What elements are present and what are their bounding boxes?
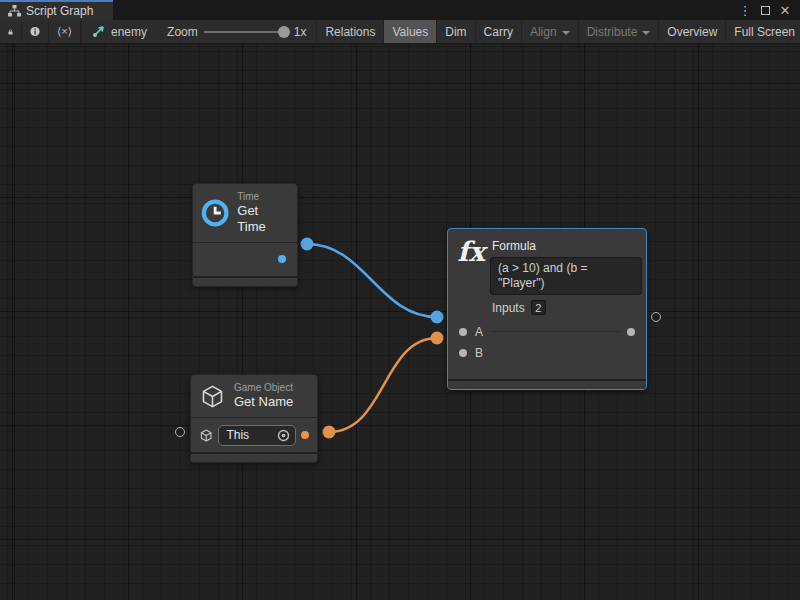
get-name-header: Game Object Get Name [191, 375, 317, 417]
wires-layer [0, 44, 800, 600]
wire-blue-end-dot[interactable] [431, 311, 444, 324]
getname-target-ring[interactable] [175, 427, 185, 437]
wire-getname-to-formula-b[interactable] [329, 338, 437, 432]
wire-orange-start-dot[interactable] [323, 426, 336, 439]
titlebar-spacer [113, 0, 738, 20]
port-a-label: A [475, 325, 483, 339]
node-get-name[interactable]: Game Object Get Name This [190, 374, 318, 463]
node-category: Game Object [234, 382, 293, 394]
maximize-box [761, 6, 770, 15]
zoom-control: Zoom 1x [157, 20, 317, 43]
align-label: Align [530, 25, 557, 39]
node-formula[interactable]: fx Formula (a > 10) and (b = "Player") I… [447, 228, 647, 390]
node-footer [191, 454, 317, 462]
fullscreen-button[interactable]: Full Screen [726, 20, 800, 43]
wire-orange-end-dot[interactable] [431, 332, 444, 345]
dim-button[interactable]: Dim [437, 20, 475, 43]
object-picker-icon[interactable] [277, 429, 290, 442]
info-button[interactable] [22, 20, 49, 43]
fx-icon: fx [454, 237, 488, 267]
relation-line [491, 331, 619, 332]
graph-name: enemy [111, 25, 147, 39]
graph-canvas[interactable]: Time Get Time fx Formula (a > 10) and (b… [0, 44, 800, 600]
distribute-label: Distribute [587, 25, 638, 39]
formula-expression-input[interactable]: (a > 10) and (b = "Player") [490, 257, 642, 295]
titlebar: Script Graph ⋮ ✕ [0, 0, 800, 20]
overview-button[interactable]: Overview [659, 20, 726, 43]
get-time-titles: Time Get Time [237, 191, 287, 235]
titlebar-controls: ⋮ ✕ [738, 0, 800, 20]
clock-icon [201, 198, 229, 228]
zoom-value: 1x [294, 25, 307, 39]
close-icon[interactable]: ✕ [778, 3, 792, 17]
node-title: Formula [492, 239, 642, 253]
zoom-slider[interactable] [204, 31, 288, 33]
code-preview-button[interactable]: ⟨×⟩ [49, 20, 81, 43]
graph-breadcrumb[interactable]: enemy [82, 20, 157, 43]
inputs-label: Inputs [492, 301, 525, 315]
code-icon: ⟨×⟩ [57, 25, 72, 38]
chevron-down-icon [562, 31, 570, 35]
wire-gettime-to-formula-a[interactable] [307, 244, 437, 317]
relations-button[interactable]: Relations [317, 20, 384, 43]
window-menu-icon[interactable]: ⋮ [738, 3, 752, 17]
formula-port-row-a: A [448, 321, 646, 342]
lock-button[interactable] [0, 20, 22, 43]
get-name-body: This [191, 418, 317, 452]
formula-input-port-a[interactable] [459, 328, 467, 336]
inputs-count-input[interactable]: 2 [531, 300, 546, 315]
align-dropdown[interactable]: Align [522, 20, 579, 43]
get-time-header: Time Get Time [193, 184, 297, 242]
zoom-label: Zoom [167, 25, 198, 39]
node-get-time[interactable]: Time Get Time [192, 183, 298, 287]
cube-icon [199, 428, 213, 443]
tab-label: Script Graph [26, 4, 93, 18]
get-time-body [193, 243, 297, 276]
get-name-titles: Game Object Get Name [234, 382, 293, 410]
node-category: Time [237, 191, 287, 203]
graph-hierarchy-icon [8, 5, 21, 17]
flow-graph-icon [92, 25, 106, 38]
formula-inputs-row: Inputs 2 [492, 300, 642, 315]
port-b-label: B [475, 346, 483, 360]
get-name-output-port[interactable] [301, 431, 309, 439]
cube-icon [199, 383, 226, 410]
formula-header: fx Formula (a > 10) and (b = "Player") I… [448, 229, 646, 321]
script-graph-window: Script Graph ⋮ ✕ ⟨×⟩ [0, 0, 800, 600]
maximize-icon[interactable] [758, 3, 772, 17]
formula-body-space [448, 363, 646, 379]
graph-toolbar: ⟨×⟩ enemy Zoom 1x Relations Values Dim C… [0, 20, 800, 44]
formula-output-ring[interactable] [651, 312, 661, 322]
distribute-dropdown[interactable]: Distribute [579, 20, 660, 43]
target-value: This [226, 428, 249, 442]
formula-input-port-b[interactable] [459, 349, 467, 357]
formula-port-row-b: B [448, 342, 646, 363]
chevron-down-icon [642, 31, 650, 35]
wire-blue-start-dot[interactable] [301, 238, 314, 251]
lock-icon [8, 26, 13, 38]
target-object-field[interactable]: This [218, 425, 296, 446]
info-icon [30, 25, 40, 38]
zoom-slider-knob[interactable] [278, 26, 290, 38]
formula-output-port[interactable] [627, 328, 635, 336]
carry-button[interactable]: Carry [476, 20, 522, 43]
node-title: Get Time [237, 203, 287, 235]
values-button[interactable]: Values [384, 20, 437, 43]
node-footer [448, 381, 646, 389]
formula-header-right: Formula (a > 10) and (b = "Player") Inpu… [490, 237, 642, 317]
tab-script-graph[interactable]: Script Graph [0, 0, 113, 20]
node-footer [193, 278, 297, 286]
get-time-output-port[interactable] [278, 255, 286, 263]
node-title: Get Name [234, 394, 293, 410]
